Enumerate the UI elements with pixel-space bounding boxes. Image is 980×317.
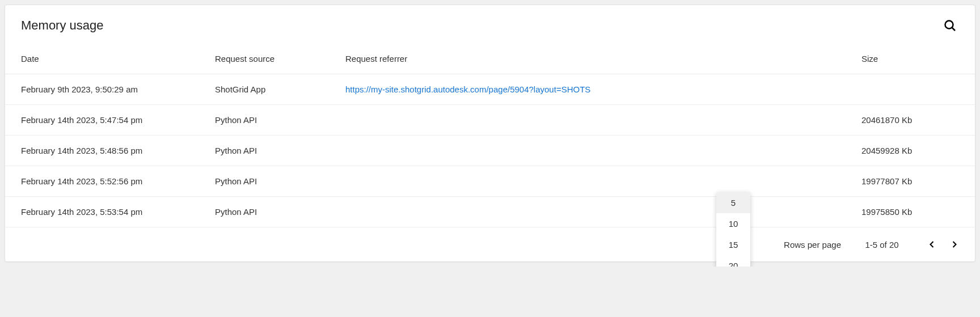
cell-date: February 14th 2023, 5:47:54 pm	[5, 105, 215, 136]
cell-size	[861, 74, 975, 105]
cell-date: February 14th 2023, 5:52:56 pm	[5, 166, 215, 197]
rows-per-page-dropdown: 5 10 15 20	[716, 192, 750, 267]
search-icon	[943, 19, 957, 32]
cell-referrer	[345, 197, 861, 227]
table-header-row: Date Request source Request referrer Siz…	[5, 44, 975, 74]
dropdown-option-5[interactable]: 5	[716, 192, 750, 213]
cell-source: ShotGrid App	[215, 74, 345, 105]
cell-referrer	[345, 166, 861, 197]
cell-source: Python API	[215, 166, 345, 197]
cell-size: 20461870 Kb	[861, 105, 975, 136]
svg-line-1	[952, 28, 956, 31]
card-header: Memory usage	[5, 5, 975, 44]
page-range: 1-5 of 20	[859, 240, 905, 250]
table-row: February 14th 2023, 5:52:56 pm Python AP…	[5, 166, 975, 197]
search-button[interactable]	[941, 16, 959, 35]
cell-size: 19975850 Kb	[861, 197, 975, 227]
cell-size: 19977807 Kb	[861, 166, 975, 197]
chevron-right-icon	[949, 239, 960, 250]
cell-referrer: https://my-site.shotgrid.autodesk.com/pa…	[345, 74, 861, 105]
card-title: Memory usage	[21, 18, 104, 33]
cell-date: February 9th 2023, 9:50:29 am	[5, 74, 215, 105]
rows-per-page: Rows per page	[784, 240, 841, 250]
dropdown-option-20[interactable]: 20	[716, 255, 750, 267]
cell-source: Python API	[215, 105, 345, 136]
referrer-link[interactable]: https://my-site.shotgrid.autodesk.com/pa…	[345, 84, 590, 94]
pagination-bar: Rows per page 1-5 of 20	[5, 227, 975, 261]
memory-usage-card: Memory usage Date Request source Request…	[5, 5, 975, 262]
table-row: February 14th 2023, 5:53:54 pm Python AP…	[5, 197, 975, 227]
table-row: February 14th 2023, 5:48:56 pm Python AP…	[5, 136, 975, 166]
column-header-referrer[interactable]: Request referrer	[345, 44, 861, 74]
cell-source: Python API	[215, 197, 345, 227]
rows-per-page-label: Rows per page	[784, 240, 841, 250]
memory-usage-table: Date Request source Request referrer Siz…	[5, 44, 975, 227]
cell-date: February 14th 2023, 5:53:54 pm	[5, 197, 215, 227]
chevron-left-icon	[926, 239, 937, 250]
dropdown-option-15[interactable]: 15	[716, 234, 750, 255]
cell-source: Python API	[215, 136, 345, 166]
cell-date: February 14th 2023, 5:48:56 pm	[5, 136, 215, 166]
svg-point-0	[945, 21, 953, 29]
cell-referrer	[345, 136, 861, 166]
table-row: February 14th 2023, 5:47:54 pm Python AP…	[5, 105, 975, 136]
cell-referrer	[345, 105, 861, 136]
dropdown-option-10[interactable]: 10	[716, 213, 750, 234]
table-row: February 9th 2023, 9:50:29 am ShotGrid A…	[5, 74, 975, 105]
cell-size: 20459928 Kb	[861, 136, 975, 166]
prev-page-button[interactable]	[923, 235, 941, 253]
next-page-button[interactable]	[945, 235, 964, 253]
column-header-date[interactable]: Date	[5, 44, 215, 74]
column-header-size[interactable]: Size	[861, 44, 975, 74]
pagination-nav	[923, 235, 964, 253]
column-header-source[interactable]: Request source	[215, 44, 345, 74]
